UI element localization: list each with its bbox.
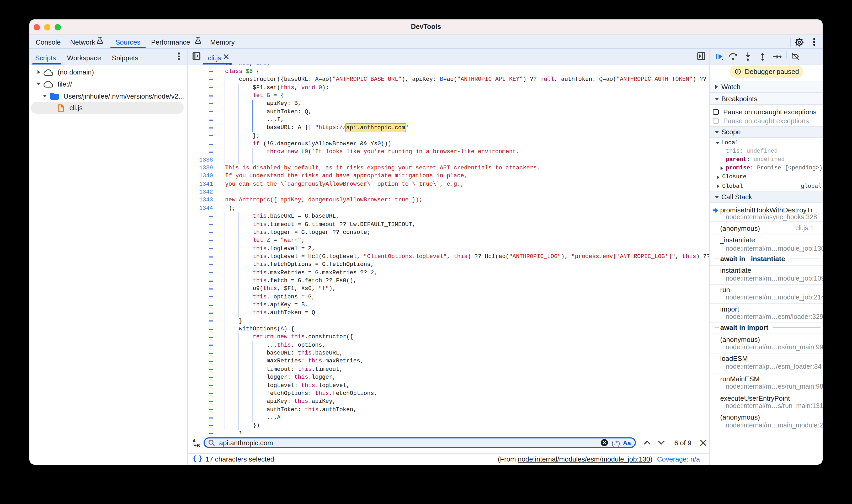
svg-text:A: A [192, 438, 195, 444]
svg-text:B: B [196, 443, 200, 447]
